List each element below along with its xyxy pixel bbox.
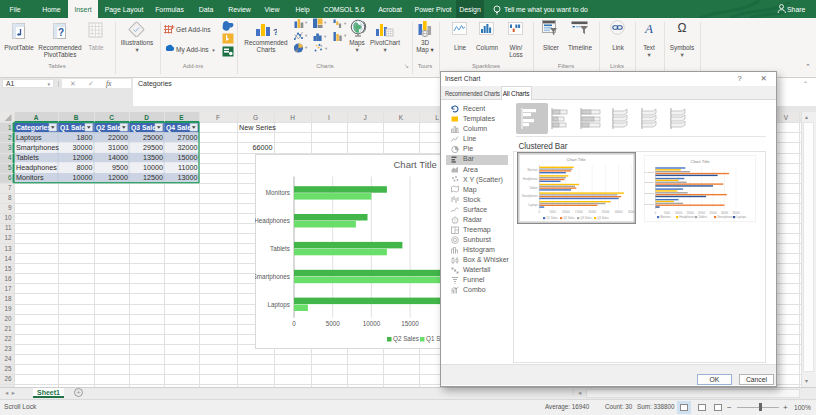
svg-text:25000: 25000 [602, 210, 610, 214]
svg-text:10000: 10000 [143, 163, 163, 172]
svg-text:Monitors: Monitors [528, 168, 539, 172]
svg-text:5000: 5000 [326, 320, 341, 327]
svg-text:20: 20 [4, 315, 12, 322]
svg-text:Q2 Sales: Q2 Sales [644, 192, 655, 195]
svg-text:29500: 29500 [143, 143, 163, 152]
svg-text:Laptops: Laptops [268, 301, 290, 309]
svg-text:C: C [109, 114, 114, 121]
svg-text:Q1 Sale: Q1 Sale [60, 124, 85, 132]
svg-text:12500: 12500 [143, 173, 163, 182]
svg-text:20000: 20000 [698, 211, 706, 215]
svg-text:Q3 Sale: Q3 Sale [131, 124, 156, 132]
svg-text:3: 3 [8, 144, 12, 151]
svg-text:14000: 14000 [108, 153, 128, 162]
svg-text:16: 16 [4, 275, 12, 282]
svg-text:13: 13 [4, 245, 12, 252]
svg-text:17: 17 [4, 285, 12, 292]
svg-text:K: K [399, 114, 404, 121]
svg-text:Smartphones: Smartphones [522, 194, 539, 198]
svg-text:20000: 20000 [588, 210, 596, 214]
svg-text:Q4 Sales: Q4 Sales [644, 171, 655, 174]
svg-text:Headphones: Headphones [255, 217, 290, 225]
svg-text:11: 11 [5, 224, 12, 231]
svg-text:Monitors: Monitors [266, 189, 290, 196]
svg-text:Q2 Sales: Q2 Sales [563, 216, 575, 220]
svg-text:4: 4 [8, 154, 12, 161]
svg-text:24: 24 [4, 355, 12, 362]
svg-text:10000: 10000 [73, 173, 93, 182]
svg-text:27000: 27000 [178, 133, 198, 142]
svg-text:10: 10 [4, 214, 12, 221]
svg-text:35000: 35000 [628, 210, 636, 214]
svg-text:Q3 Sales: Q3 Sales [644, 181, 655, 184]
svg-text:23: 23 [4, 345, 12, 352]
svg-text:D: D [144, 114, 149, 121]
svg-text:10000: 10000 [675, 211, 683, 215]
svg-text:30000: 30000 [721, 211, 729, 215]
svg-text:I: I [328, 114, 330, 121]
svg-text:Q1 Sales: Q1 Sales [644, 203, 655, 206]
svg-text:22: 22 [4, 335, 12, 342]
svg-text:12: 12 [4, 234, 12, 241]
svg-text:Categories: Categories [16, 124, 51, 132]
svg-text:1800: 1800 [77, 133, 93, 142]
svg-text:Tablets: Tablets [16, 153, 39, 162]
svg-text:8000: 8000 [77, 163, 93, 172]
svg-text:Q4 Sales: Q4 Sales [597, 216, 609, 220]
svg-text:1: 1 [8, 124, 12, 131]
svg-text:Smartphones: Smartphones [16, 143, 59, 152]
svg-text:8: 8 [8, 194, 12, 201]
svg-text:18: 18 [4, 295, 12, 302]
svg-text:11000: 11000 [178, 163, 197, 172]
svg-text:25000: 25000 [709, 211, 717, 215]
svg-text:0: 0 [292, 320, 296, 327]
svg-text:V: V [784, 114, 789, 121]
svg-text:5000: 5000 [549, 210, 556, 214]
svg-text:Q1 Sales: Q1 Sales [546, 216, 558, 220]
svg-text:B: B [74, 114, 79, 121]
svg-text:Monitors: Monitors [16, 173, 44, 182]
svg-text:Q3 Sales: Q3 Sales [580, 216, 592, 220]
svg-text:10000: 10000 [562, 210, 570, 214]
svg-text:F: F [216, 114, 220, 121]
svg-text:9: 9 [8, 204, 12, 211]
svg-text:Smartphones: Smartphones [717, 215, 734, 219]
svg-text:Q2 Sale: Q2 Sale [96, 124, 121, 132]
svg-text:15000: 15000 [686, 211, 694, 215]
svg-text:21: 21 [4, 325, 12, 332]
svg-text:15000: 15000 [178, 153, 198, 162]
svg-text:Tablets: Tablets [270, 245, 290, 252]
svg-text:Laptops: Laptops [736, 215, 747, 219]
svg-text:Chart Title: Chart Title [690, 159, 710, 164]
svg-text:5: 5 [8, 164, 12, 171]
svg-text:66000: 66000 [253, 143, 273, 152]
svg-text:30000: 30000 [615, 210, 623, 214]
svg-text:Laptops: Laptops [16, 133, 42, 142]
svg-text:Q2 Sales: Q2 Sales [393, 335, 419, 343]
svg-text:15000: 15000 [575, 210, 583, 214]
svg-text:Smartphones: Smartphones [255, 273, 290, 281]
svg-text:15: 15 [4, 265, 12, 272]
svg-text:J: J [363, 114, 366, 121]
svg-text:New Series: New Series [239, 123, 276, 132]
svg-text:7: 7 [8, 184, 12, 191]
svg-text:9500: 9500 [112, 163, 128, 172]
svg-text:Monitors: Monitors [660, 215, 671, 219]
svg-text:12000: 12000 [108, 173, 128, 182]
svg-text:Headphones: Headphones [523, 177, 539, 181]
svg-text:26: 26 [4, 375, 12, 382]
svg-text:G: G [253, 114, 258, 121]
svg-text:6: 6 [8, 174, 12, 181]
svg-text:31000: 31000 [108, 143, 128, 152]
svg-text:35000: 35000 [732, 211, 740, 215]
svg-text:E: E [179, 114, 184, 121]
svg-text:H: H [290, 114, 295, 121]
svg-text:2: 2 [8, 134, 12, 141]
svg-text:Q4 Sale: Q4 Sale [166, 124, 191, 132]
svg-text:25000: 25000 [143, 133, 163, 142]
svg-text:15000: 15000 [401, 320, 419, 327]
svg-text:A: A [34, 114, 39, 121]
svg-text:Laptops: Laptops [528, 203, 538, 207]
svg-text:13000: 13000 [178, 173, 198, 182]
svg-text:22000: 22000 [108, 133, 128, 142]
